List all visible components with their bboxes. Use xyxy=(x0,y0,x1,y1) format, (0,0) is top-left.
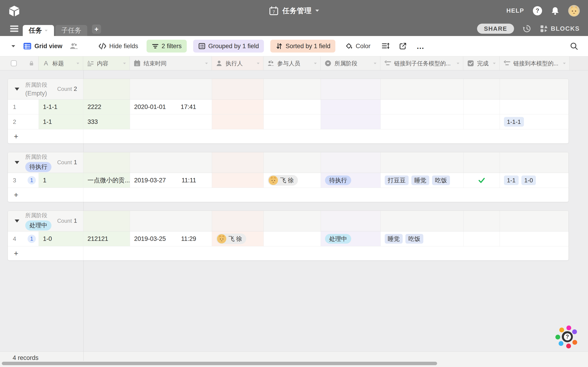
add-row-plus[interactable]: + xyxy=(8,188,83,202)
table-row[interactable]: 4 1 1-0 212121 2019-03-25 11:29 xyxy=(8,232,569,246)
column-header-done[interactable]: 完成 xyxy=(463,56,500,70)
executor-cell[interactable] xyxy=(212,115,264,129)
done-cell[interactable] xyxy=(464,100,500,114)
members-cell[interactable] xyxy=(264,115,321,129)
history-icon[interactable] xyxy=(522,24,531,33)
self-link-cell[interactable] xyxy=(500,232,569,246)
end-time-cell[interactable] xyxy=(130,115,212,129)
record-link-chip[interactable]: 睡觉 xyxy=(411,175,429,185)
filters-button[interactable]: 2 filters xyxy=(147,40,187,52)
self-link-cell[interactable] xyxy=(500,100,569,114)
column-caret-icon[interactable] xyxy=(457,63,459,64)
tab-caret-icon[interactable] xyxy=(45,30,48,31)
table-row[interactable]: 2 1-1 333 1-1-1 xyxy=(8,115,569,129)
column-caret-icon[interactable] xyxy=(77,63,79,64)
open-in-new-icon[interactable] xyxy=(399,42,407,50)
comment-count-badge[interactable]: 1 xyxy=(27,235,36,243)
add-row[interactable]: + xyxy=(8,129,569,143)
content-cell[interactable]: 333 xyxy=(83,115,130,129)
view-switcher[interactable]: Grid view xyxy=(23,42,62,50)
column-header-title[interactable]: A 标题 xyxy=(39,56,83,70)
help-question-icon[interactable]: ? xyxy=(562,331,573,342)
table-row[interactable]: 1 1-1-1 2222 2020-01-01 17:41 xyxy=(8,100,569,115)
end-time-cell[interactable]: 2019-03-25 11:29 xyxy=(130,232,212,246)
column-header-subtask-link[interactable]: 链接到子任务模型的... xyxy=(380,56,463,70)
executor-cell[interactable] xyxy=(212,173,264,188)
column-caret-icon[interactable] xyxy=(374,63,376,64)
stage-chip[interactable]: 处理中 xyxy=(325,234,351,244)
group-button[interactable]: Grouped by 1 field xyxy=(193,40,264,52)
stage-cell[interactable] xyxy=(321,115,380,129)
column-header-self-link[interactable]: 链接到本模型的... xyxy=(500,56,570,70)
add-sheet-button[interactable]: + xyxy=(92,25,101,34)
help-widget[interactable]: ? xyxy=(550,319,585,354)
self-link-cell[interactable]: 1-1-1 xyxy=(500,115,569,129)
column-header-executor[interactable]: 执行人 xyxy=(212,56,263,70)
search-icon[interactable] xyxy=(570,42,578,50)
end-time-cell[interactable]: 2019-03-27 11:11 xyxy=(130,173,212,188)
add-row-plus[interactable]: + xyxy=(8,246,83,260)
members-cell[interactable] xyxy=(264,232,321,246)
subtask-link-cell[interactable]: 睡觉 吃饭 xyxy=(380,232,464,246)
record-link-chip[interactable]: 打豆豆 xyxy=(385,175,409,185)
row-number-cell[interactable]: 1 xyxy=(8,100,39,114)
done-cell[interactable] xyxy=(464,173,500,188)
tab-tasks[interactable]: 任务 xyxy=(23,25,54,36)
members-cell[interactable] xyxy=(264,100,321,114)
end-time-cell[interactable]: 2020-01-01 17:41 xyxy=(130,100,212,114)
column-caret-icon[interactable] xyxy=(123,63,126,64)
row-number-cell[interactable]: 4 1 xyxy=(8,232,39,246)
user-avatar[interactable] xyxy=(568,5,580,17)
horizontal-scrollbar[interactable] xyxy=(2,362,437,365)
row-number-cell[interactable]: 2 xyxy=(8,115,39,129)
column-caret-icon[interactable] xyxy=(205,63,208,64)
more-icon[interactable]: … xyxy=(416,42,425,51)
title-caret-icon[interactable] xyxy=(315,10,319,12)
tab-subtasks[interactable]: 子任务 xyxy=(55,25,87,36)
record-link-chip[interactable]: 吃饭 xyxy=(432,175,450,185)
help-link[interactable]: HELP xyxy=(506,7,524,14)
title-cell[interactable]: 1-1 xyxy=(39,115,83,129)
subtask-link-cell[interactable] xyxy=(380,115,464,129)
group-collapse-icon[interactable] xyxy=(15,88,19,91)
members-cell[interactable]: 飞 徐 xyxy=(264,173,321,188)
done-cell[interactable] xyxy=(464,232,500,246)
column-header-end-time[interactable]: 31 结束时间 xyxy=(130,56,212,70)
share-button[interactable]: SHARE xyxy=(477,24,514,34)
record-link-chip[interactable]: 睡觉 xyxy=(385,234,403,244)
column-caret-icon[interactable] xyxy=(493,63,496,64)
content-cell[interactable]: 212121 xyxy=(83,232,130,246)
blocks-button[interactable]: BLOCKS xyxy=(540,25,580,33)
subtask-link-cell[interactable]: 打豆豆 睡觉 吃饭 xyxy=(380,173,464,188)
executor-cell[interactable] xyxy=(212,100,264,114)
column-header-content[interactable]: A 内容 xyxy=(83,56,130,70)
record-link-chip[interactable]: 吃饭 xyxy=(405,234,423,244)
title-cell[interactable]: 1 xyxy=(39,173,83,188)
row-height-icon[interactable] xyxy=(381,42,389,50)
record-link-chip[interactable]: 1-0 xyxy=(521,175,536,185)
column-caret-icon[interactable] xyxy=(257,63,259,64)
executor-cell[interactable]: 飞 徐 xyxy=(212,232,264,246)
sheet-list-menu-icon[interactable] xyxy=(10,25,18,32)
done-cell[interactable] xyxy=(464,115,500,129)
hide-fields-button[interactable]: Hide fields xyxy=(98,42,138,50)
stage-cell[interactable]: 待执行 xyxy=(321,173,380,188)
collapse-caret-icon[interactable] xyxy=(11,45,15,47)
title-cell[interactable]: 1-1-1 xyxy=(39,100,83,114)
column-header-stage[interactable]: 所属阶段 xyxy=(321,56,380,70)
column-header-members[interactable]: 参与人员 xyxy=(263,56,321,70)
question-icon[interactable]: ? xyxy=(533,6,542,15)
bell-icon[interactable] xyxy=(551,6,560,15)
member-pill[interactable]: 飞 徐 xyxy=(268,175,298,186)
add-row[interactable]: + xyxy=(8,188,569,202)
subtask-link-cell[interactable] xyxy=(380,100,464,114)
self-link-cell[interactable]: 1-1 1-0 xyxy=(500,173,569,188)
title-cell[interactable]: 1-0 xyxy=(39,232,83,246)
sort-button[interactable]: Sorted by 1 field xyxy=(270,40,335,52)
row-number-cell[interactable]: 3 1 xyxy=(8,173,39,188)
record-link-chip[interactable]: 1-1-1 xyxy=(504,117,524,127)
column-caret-icon[interactable] xyxy=(563,63,566,64)
select-all-checkbox[interactable] xyxy=(10,60,17,67)
stage-cell[interactable]: 处理中 xyxy=(321,232,380,246)
column-caret-icon[interactable] xyxy=(314,63,317,64)
